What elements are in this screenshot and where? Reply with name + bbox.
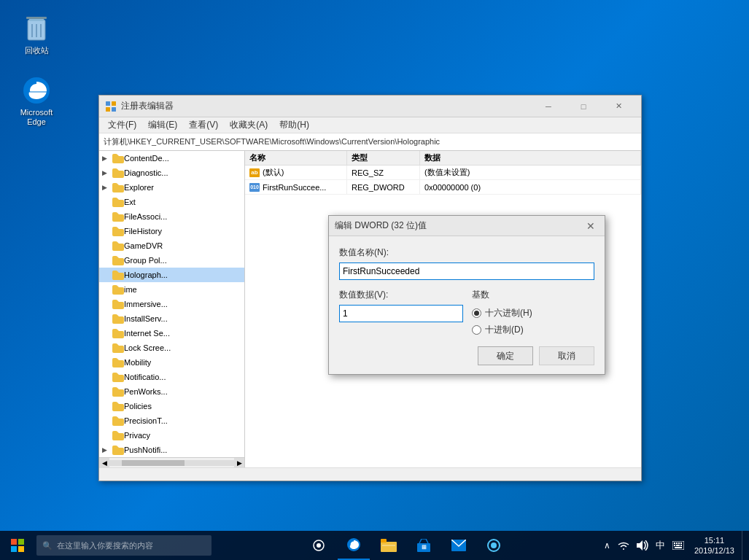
taskbar-right: ∧ 中 <box>601 531 749 560</box>
edge-label: MicrosoftEdge <box>20 108 53 127</box>
tree-item-lockscreen[interactable]: ▶ Lock Scree... <box>99 341 244 355</box>
tree-item-privacy[interactable]: ▶ Privacy <box>99 428 244 443</box>
svg-rect-9 <box>106 107 110 112</box>
svg-rect-20 <box>382 545 395 546</box>
data-input[interactable] <box>339 305 463 322</box>
tree-item-penworks[interactable]: ▶ PenWorks... <box>99 384 244 399</box>
tb-show-desktop[interactable] <box>742 531 746 560</box>
tree-item-mobility[interactable]: ▶ Mobility <box>99 355 244 370</box>
tree-panel[interactable]: ▶ ContentDe... ▶ Diagnostic... ▶ Explore… <box>99 151 245 467</box>
tree-item-diagnostic[interactable]: ▶ Diagnostic... <box>99 166 244 180</box>
tree-scroll-left[interactable]: ◀ <box>99 458 109 468</box>
taskbar-explorer-button[interactable] <box>373 531 405 560</box>
search-icon: 🔍 <box>42 541 53 551</box>
recycle-bin-label: 回收站 <box>25 46 49 55</box>
edit-dword-dialog: 编辑 DWORD (32 位)值 ✕ 数值名称(N): 数值数据(V): 基数 … <box>328 215 605 375</box>
svg-point-16 <box>317 543 321 548</box>
minimize-button[interactable]: ─ <box>532 96 565 117</box>
svg-point-25 <box>491 542 497 548</box>
radio-hex-circle <box>472 308 481 318</box>
svg-rect-14 <box>18 546 24 552</box>
tree-item-pushnotifi[interactable]: ▶ PushNotifi... <box>99 443 244 457</box>
tree-item-grouppol[interactable]: ▶ Group Pol... <box>99 253 244 268</box>
tree-item-internetse[interactable]: ▶ Internet Se... <box>99 326 244 341</box>
svg-rect-13 <box>11 546 17 552</box>
tb-network-icon[interactable] <box>615 531 632 560</box>
svg-rect-12 <box>18 539 24 545</box>
window-controls: ─ □ ✕ <box>532 96 635 117</box>
dialog-data-row: 数值数据(V): 基数 十六进制(H) 十进制(D) <box>339 289 594 336</box>
value-name-firstrun: 010FirstRunSuccee... <box>245 180 347 194</box>
base-group: 基数 十六进制(H) 十进制(D) <box>472 289 594 336</box>
desktop: 回收站 MicrosoftEdge 注册表编辑器 <box>0 0 749 560</box>
tree-item-explorer[interactable]: ▶ Explorer <box>99 180 244 195</box>
dialog-close-button[interactable]: ✕ <box>583 218 599 234</box>
svg-rect-11 <box>11 539 17 545</box>
col-data-header: 数据 <box>420 151 641 165</box>
tree-item-contentde[interactable]: ▶ ContentDe... <box>99 151 244 166</box>
radio-dec[interactable]: 十进制(D) <box>472 324 594 336</box>
svg-rect-28 <box>674 542 675 544</box>
radio-dec-circle <box>472 325 481 335</box>
svg-rect-18 <box>381 542 397 552</box>
menu-file[interactable]: 文件(F) <box>102 117 142 133</box>
close-button[interactable]: ✕ <box>602 96 635 117</box>
value-name-default: ab(默认) <box>245 166 347 179</box>
address-bar[interactable]: 计算机\HKEY_CURRENT_USER\SOFTWARE\Microsoft… <box>99 133 641 151</box>
menu-edit[interactable]: 编辑(E) <box>142 117 183 133</box>
tree-item-notification[interactable]: ▶ Notificatio... <box>99 370 244 384</box>
clock-date: 2019/12/13 <box>694 545 734 556</box>
edge-icon[interactable]: MicrosoftEdge <box>11 73 62 130</box>
value-row-firstrun[interactable]: 010FirstRunSuccee... REG_DWORD 0x0000000… <box>245 180 641 195</box>
taskbar-mail-button[interactable] <box>443 531 475 560</box>
svg-rect-33 <box>676 545 680 546</box>
tree-item-ext[interactable]: ▶ Ext <box>99 195 244 209</box>
tb-clock[interactable]: 15:11 2019/12/13 <box>688 531 740 560</box>
svg-text:⊞: ⊞ <box>421 544 426 551</box>
tree-item-filehistory[interactable]: ▶ FileHistory <box>99 224 244 238</box>
dialog-title: 编辑 DWORD (32 位)值 <box>335 219 583 232</box>
svg-marker-26 <box>637 540 643 551</box>
tb-ime-icon[interactable]: 中 <box>653 531 668 560</box>
tree-item-precisiont[interactable]: ▶ PrecisionT... <box>99 413 244 428</box>
menu-view[interactable]: 查看(V) <box>183 117 224 133</box>
taskbar-store-button[interactable]: ⊞ <box>408 531 440 560</box>
svg-rect-10 <box>112 107 116 112</box>
tree-item-gamedvr[interactable]: ▶ GameDVR <box>99 238 244 253</box>
tb-arrow-icon[interactable]: ∧ <box>601 531 613 560</box>
recycle-bin-icon[interactable]: 回收站 <box>11 11 62 58</box>
col-type-header: 类型 <box>347 151 420 165</box>
value-row-default[interactable]: ab(默认) REG_SZ (数值未设置) <box>245 166 641 180</box>
dialog-body: 数值名称(N): 数值数据(V): 基数 十六进制(H) <box>329 236 605 374</box>
svg-rect-32 <box>674 545 675 546</box>
svg-rect-35 <box>675 547 682 548</box>
data-input-group: 数值数据(V): <box>339 289 463 322</box>
taskbar-center: ⊞ <box>211 531 601 560</box>
tree-item-installserv[interactable]: ▶ InstallServ... <box>99 311 244 326</box>
tree-item-policies[interactable]: ▶ Policies <box>99 399 244 413</box>
tree-item-ime[interactable]: ▶ ime <box>99 282 244 297</box>
menu-help[interactable]: 帮助(H) <box>273 117 315 133</box>
svg-rect-29 <box>676 542 678 544</box>
tree-item-holographic[interactable]: ▶ Holograph... <box>99 268 244 282</box>
ok-button[interactable]: 确定 <box>478 346 533 365</box>
task-view-button[interactable] <box>303 531 335 560</box>
tree-scroll-right[interactable]: ▶ <box>234 458 244 468</box>
name-input[interactable] <box>339 262 594 280</box>
search-bar[interactable]: 🔍 在这里输入你要搜索的内容 <box>36 535 211 556</box>
svg-rect-31 <box>680 542 682 544</box>
menu-favorites[interactable]: 收藏夹(A) <box>224 117 273 133</box>
window-statusbar <box>99 467 641 481</box>
maximize-button[interactable]: □ <box>567 96 600 117</box>
svg-rect-19 <box>381 539 387 542</box>
taskbar-cortana-button[interactable] <box>478 531 510 560</box>
svg-rect-34 <box>680 545 682 546</box>
radio-hex[interactable]: 十六进制(H) <box>472 307 594 319</box>
taskbar-edge-button[interactable] <box>338 531 370 560</box>
tb-keyboard-icon[interactable] <box>670 531 687 560</box>
cancel-button[interactable]: 取消 <box>539 346 594 365</box>
start-button[interactable] <box>0 531 35 560</box>
tb-volume-icon[interactable] <box>634 531 651 560</box>
tree-item-immersive[interactable]: ▶ Immersive... <box>99 297 244 311</box>
tree-item-fileassoci[interactable]: ▶ FileAssoci... <box>99 209 244 224</box>
